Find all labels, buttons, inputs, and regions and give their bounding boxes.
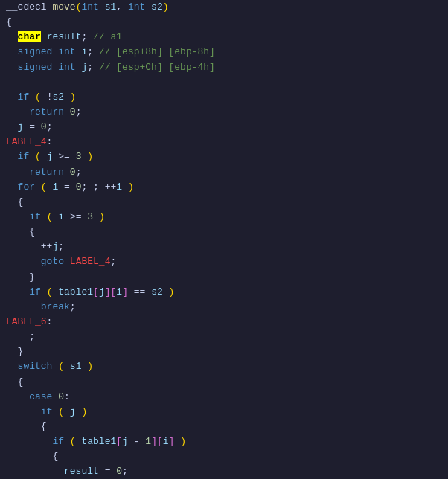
code-line-31: { xyxy=(0,449,448,464)
code-line-8: return 0; xyxy=(0,105,448,120)
code-line-4: signed int i; // [esp+8h] [ebp-8h] xyxy=(0,45,448,60)
code-line-21: break; xyxy=(0,300,448,315)
code-line-12: return 0; xyxy=(0,165,448,180)
code-line-17: ++j; xyxy=(0,240,448,254)
code-line-3: char result; // a1 xyxy=(0,30,448,45)
code-line-5: signed int j; // [esp+Ch] [ebp-4h] xyxy=(0,60,448,75)
code-line-29: { xyxy=(0,419,448,434)
code-line-2: { xyxy=(0,15,448,30)
code-line-25: switch ( s1 ) xyxy=(0,359,448,374)
code-line-1: __cdecl move(int s1, int s2) xyxy=(0,0,448,15)
code-line-22: LABEL_6: xyxy=(0,315,448,329)
code-line-18: goto LABEL_4; xyxy=(0,254,448,269)
code-line-30: if ( table1[j - 1][i] ) xyxy=(0,434,448,449)
code-line-14: { xyxy=(0,195,448,210)
code-line-7: if ( !s2 ) xyxy=(0,90,448,105)
code-line-9: j = 0; xyxy=(0,120,448,135)
code-container: __cdecl move(int s1, int s2) { char resu… xyxy=(0,0,448,479)
code-line-6 xyxy=(0,75,448,90)
code-line-10: LABEL_4: xyxy=(0,135,448,150)
code-line-26: { xyxy=(0,375,448,390)
code-line-11: if ( j >= 3 ) xyxy=(0,150,448,164)
code-line-28: if ( j ) xyxy=(0,405,448,419)
code-line-19: } xyxy=(0,270,448,285)
code-line-13: for ( i = 0; ; ++i ) xyxy=(0,180,448,195)
code-line-27: case 0: xyxy=(0,390,448,405)
line-content-1: __cdecl move(int s1, int s2) xyxy=(6,0,448,15)
code-line-32: result = 0; xyxy=(0,464,448,479)
code-line-16: { xyxy=(0,225,448,240)
code-line-23: ; xyxy=(0,329,448,344)
code-line-24: } xyxy=(0,344,448,359)
code-line-20: if ( table1[j][i] == s2 ) xyxy=(0,285,448,300)
code-line-15: if ( i >= 3 ) xyxy=(0,210,448,225)
